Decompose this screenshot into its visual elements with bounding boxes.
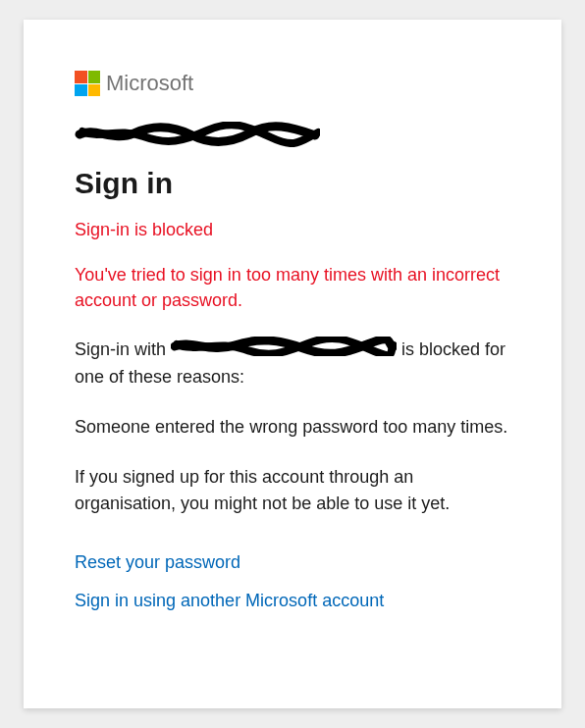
brand-header: Microsoft xyxy=(75,71,510,96)
redacted-account-line xyxy=(75,122,510,147)
error-heading: Sign-in is blocked xyxy=(75,220,510,240)
microsoft-logo-icon xyxy=(75,71,100,96)
reset-password-link[interactable]: Reset your password xyxy=(75,552,510,573)
reason-2: If you signed up for this account throug… xyxy=(75,464,510,517)
another-account-link[interactable]: Sign in using another Microsoft account xyxy=(75,591,510,611)
signin-card: Microsoft Sign in Sign-in is blocked You… xyxy=(24,20,561,708)
blocked-prefix: Sign-in with xyxy=(75,339,171,359)
page-title: Sign in xyxy=(75,167,510,200)
error-message: You've tried to sign in too many times w… xyxy=(75,262,510,313)
action-links: Reset your password Sign in using anothe… xyxy=(75,552,510,611)
reason-1: Someone entered the wrong password too m… xyxy=(75,414,510,441)
brand-name: Microsoft xyxy=(106,71,193,96)
redacted-account-inline xyxy=(171,337,397,364)
blocked-reason-intro: Sign-in with is blocked for one of these… xyxy=(75,337,510,390)
